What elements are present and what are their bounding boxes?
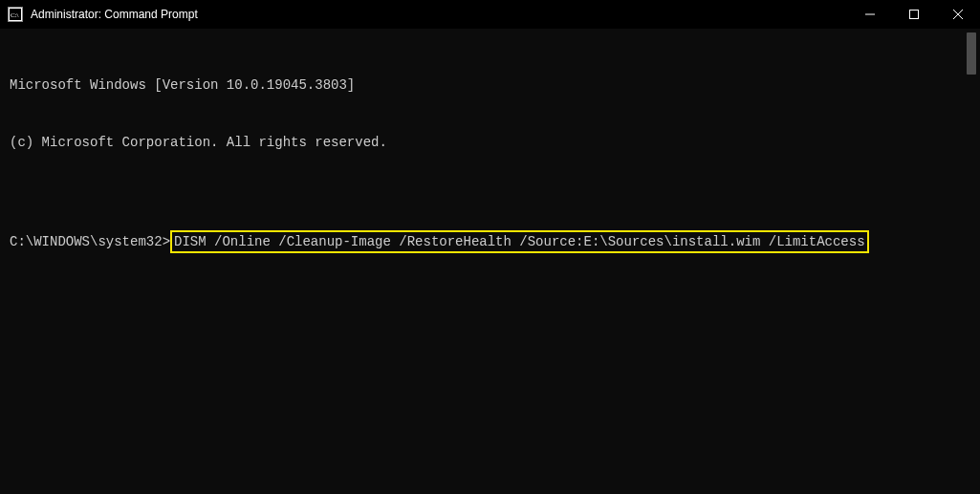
highlighted-command: DISM /Online /Cleanup-Image /RestoreHeal…: [170, 230, 869, 253]
minimize-icon: [865, 10, 875, 19]
window-title: Administrator: Command Prompt: [31, 8, 848, 21]
close-button[interactable]: [936, 0, 980, 29]
svg-rect-3: [910, 11, 919, 19]
window-titlebar: C:\ Administrator: Command Prompt: [0, 0, 980, 29]
maximize-button[interactable]: [892, 0, 936, 29]
cmd-icon: C:\: [8, 7, 23, 22]
prompt-path: C:\WINDOWS\system32>: [10, 232, 170, 251]
window-controls: [848, 0, 980, 29]
version-line: Microsoft Windows [Version 10.0.19045.38…: [10, 75, 970, 95]
maximize-icon: [909, 10, 919, 19]
close-icon: [953, 10, 963, 19]
prompt-line: C:\WINDOWS\system32>DISM /Online /Cleanu…: [10, 230, 970, 253]
copyright-line: (c) Microsoft Corporation. All rights re…: [10, 133, 970, 152]
svg-text:C:\: C:\: [11, 11, 19, 19]
terminal-output[interactable]: Microsoft Windows [Version 10.0.19045.38…: [0, 29, 980, 494]
scrollbar-track[interactable]: [963, 29, 978, 494]
scrollbar-thumb[interactable]: [967, 32, 976, 75]
minimize-button[interactable]: [848, 0, 892, 29]
